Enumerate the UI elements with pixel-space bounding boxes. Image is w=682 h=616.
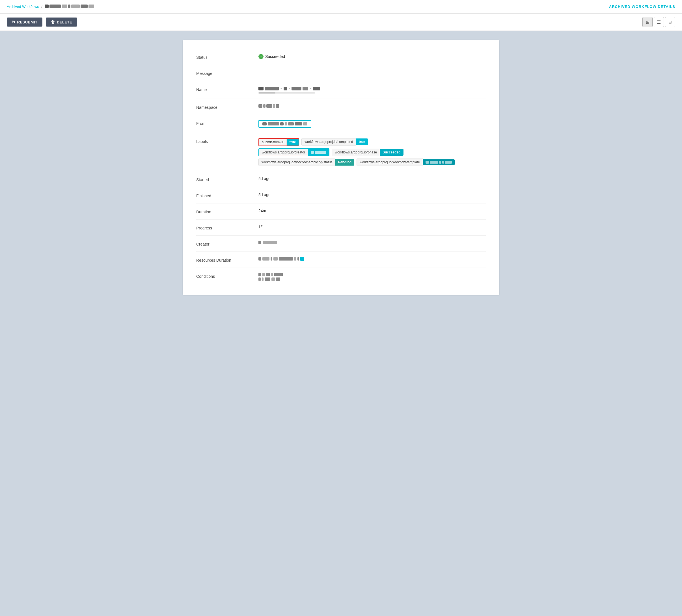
labels-value: submit-from-ui true workflows.argoproj.i… [258, 138, 486, 166]
label-group-phase: workflows.argoproj.io/phase Succeeded [332, 149, 403, 156]
conditions-label: Conditions [196, 273, 258, 279]
label-key-template: workflows.argoproj.io/workflow-template [357, 159, 423, 166]
breadcrumb-separator: / [41, 4, 42, 9]
resources-value [258, 257, 486, 261]
label-key-phase: workflows.argoproj.io/phase [332, 149, 380, 156]
status-text: Succeeded [265, 54, 285, 59]
started-row: Started 5d ago [196, 171, 486, 187]
duration-label: Duration [196, 209, 258, 214]
tree-view-button[interactable]: ⊟ [665, 17, 675, 27]
resources-field [258, 257, 486, 261]
breadcrumb-current [45, 4, 94, 9]
resources-label: Resources Duration [196, 257, 258, 262]
namespace-label: Namespace [196, 104, 258, 110]
grid-icon: ⊞ [646, 20, 650, 25]
delete-button[interactable]: 🗑 DELETE [46, 18, 77, 27]
name-label: Name [196, 86, 258, 92]
labels-row-2: workflows.argoproj.io/creator workflows.… [258, 148, 486, 156]
action-bar-left: ↻ RESUBMIT 🗑 DELETE [7, 18, 77, 27]
status-value: ✓ Succeeded [258, 54, 486, 59]
from-value [258, 120, 486, 128]
message-label: Message [196, 70, 258, 76]
resources-row: Resources Duration [196, 252, 486, 268]
condition-line-1 [258, 273, 486, 276]
name-row: Name - - - [196, 81, 486, 99]
started-value: 5d ago [258, 176, 486, 181]
action-bar: ↻ RESUBMIT 🗑 DELETE ⊞ ☰ ⊟ [0, 14, 682, 31]
resubmit-button[interactable]: ↻ RESUBMIT [7, 18, 42, 27]
conditions-row: Conditions [196, 268, 486, 286]
top-bar: Archived Workflows / ARCHIVED WORKFLOW D… [0, 0, 682, 14]
duration-row: Duration 24m [196, 204, 486, 219]
label-val-creator [308, 149, 329, 156]
label-key-submit-from-ui: submit-from-ui [259, 139, 287, 145]
from-row: From [196, 115, 486, 133]
label-val-submit-from-ui: true [287, 139, 299, 145]
breadcrumb-link[interactable]: Archived Workflows [7, 4, 39, 9]
conditions-value [258, 273, 486, 281]
finished-value: 5d ago [258, 192, 486, 197]
tree-icon: ⊟ [668, 20, 672, 24]
label-group-archiving: workflows.argoproj.io/workflow-archiving… [258, 159, 354, 166]
labels-label: Labels [196, 138, 258, 144]
page-title: ARCHIVED WORKFLOW DETAILS [609, 4, 675, 9]
status-icon: ✓ [258, 54, 264, 59]
label-group-creator: workflows.argoproj.io/creator [258, 148, 329, 156]
label-val-template [423, 159, 455, 165]
progress-label: Progress [196, 224, 258, 230]
finished-label: Finished [196, 192, 258, 198]
progress-value: 1/1 [258, 224, 486, 229]
label-group-completed: workflows.argoproj.io/completed true [301, 138, 368, 145]
message-row: Message [196, 65, 486, 81]
creator-row: Creator [196, 236, 486, 252]
from-field-wrapper[interactable] [258, 120, 311, 128]
status-row: Status ✓ Succeeded [196, 49, 486, 65]
label-val-completed: true [356, 139, 368, 145]
resubmit-icon: ↻ [12, 20, 16, 24]
creator-value [258, 241, 486, 244]
delete-label: DELETE [57, 20, 72, 24]
namespace-row: Namespace [196, 99, 486, 115]
grid-view-button[interactable]: ⊞ [642, 17, 653, 27]
delete-icon: 🗑 [51, 20, 55, 24]
status-succeeded: ✓ Succeeded [258, 54, 486, 59]
creator-field [258, 241, 486, 244]
resubmit-label: RESUBMIT [17, 20, 38, 24]
status-label: Status [196, 54, 258, 60]
list-view-button[interactable]: ☰ [654, 17, 664, 27]
started-label: Started [196, 176, 258, 182]
label-val-archiving: Pending [335, 159, 354, 166]
namespace-value [258, 104, 486, 109]
labels-area: submit-from-ui true workflows.argoproj.i… [258, 138, 486, 166]
view-icons: ⊞ ☰ ⊟ [642, 17, 675, 27]
creator-label: Creator [196, 241, 258, 246]
details-card: Status ✓ Succeeded Message Name [183, 40, 499, 295]
label-key-archiving: workflows.argoproj.io/workflow-archiving… [258, 159, 335, 166]
conditions-field [258, 273, 486, 281]
from-label: From [196, 120, 258, 126]
main-content: Status ✓ Succeeded Message Name [172, 31, 510, 304]
label-key-completed: workflows.argoproj.io/completed [301, 138, 356, 145]
condition-line-2 [258, 278, 486, 281]
resources-icon [300, 257, 304, 261]
finished-row: Finished 5d ago [196, 187, 486, 204]
label-group-template: workflows.argoproj.io/workflow-template [357, 159, 455, 166]
progress-row: Progress 1/1 [196, 219, 486, 236]
breadcrumb: Archived Workflows / [7, 4, 94, 9]
labels-row: Labels submit-from-ui true workflows.arg… [196, 133, 486, 171]
list-icon: ☰ [657, 20, 661, 25]
label-key-creator: workflows.argoproj.io/creator [259, 149, 308, 156]
label-group-submit-from-ui: submit-from-ui true [258, 138, 299, 146]
duration-value: 24m [258, 209, 486, 213]
name-value: - - - [258, 86, 486, 94]
label-val-phase: Succeeded [380, 149, 403, 156]
